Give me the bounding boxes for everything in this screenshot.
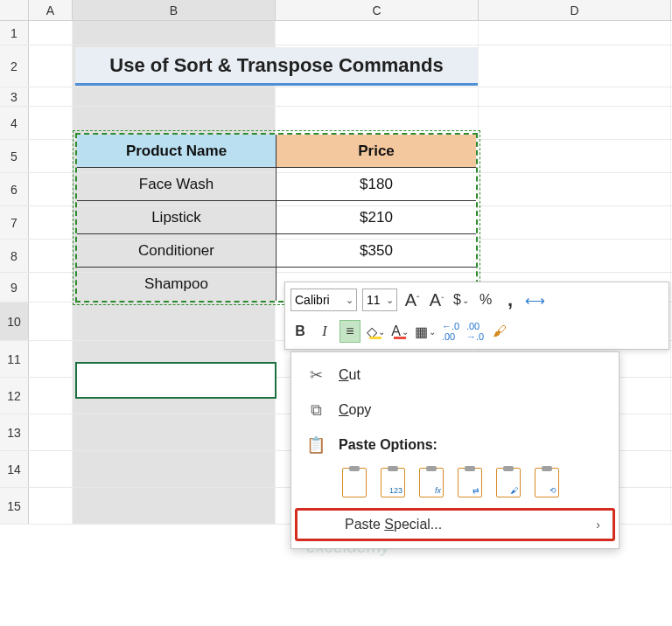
paste-values-button[interactable]: 123 (377, 465, 409, 500)
cell-price[interactable]: $210 (276, 201, 476, 233)
paste-default-button[interactable] (339, 465, 370, 500)
page-title: Use of Sort & Transpose Commands (75, 47, 478, 86)
bold-button[interactable]: B (290, 320, 310, 343)
fill-color-button[interactable]: ◇ (366, 320, 385, 343)
row-header-2[interactable]: 2 (0, 45, 29, 87)
table-row[interactable]: Face Wash $180 (77, 168, 476, 201)
cell-product[interactable]: Lipstick (77, 201, 276, 233)
shrink-font-button[interactable]: Aˇ (427, 289, 446, 311)
autofit-button[interactable]: ⟷ (525, 289, 545, 311)
copy-icon: ⧉ (304, 400, 328, 420)
row-header-8[interactable]: 8 (0, 240, 29, 272)
chevron-right-icon: › (596, 518, 600, 532)
grow-font-button[interactable]: Aˆ (402, 289, 422, 311)
table-row[interactable]: Lipstick $210 (77, 201, 476, 234)
data-table-selection[interactable]: Product Name Price Face Wash $180 Lipsti… (75, 133, 478, 303)
copy-label: Copy (339, 402, 371, 418)
cell-product[interactable]: Shampoo (77, 268, 276, 301)
select-all-corner[interactable] (0, 0, 29, 20)
col-header-A[interactable]: A (29, 0, 73, 20)
row-header-4[interactable]: 4 (0, 107, 29, 139)
scissors-icon: ✂ (304, 365, 328, 385)
paste-options-label: 📋 Paste Options: (291, 428, 619, 463)
row-header-12[interactable]: 12 (0, 378, 29, 414)
clipboard-icon: 📋 (304, 435, 328, 455)
row-header-1[interactable]: 1 (0, 21, 29, 45)
paste-transpose-button[interactable]: ⇄ (454, 465, 486, 500)
italic-button[interactable]: I (315, 320, 334, 343)
spreadsheet-area: A B C D 1 2 3 4 5 6 7 8 9 10 11 12 13 14… (0, 0, 672, 626)
cut-menu-item[interactable]: ✂ CuCutt (291, 358, 619, 393)
table-header-price[interactable]: Price (276, 135, 476, 167)
currency-button[interactable]: $ (452, 289, 471, 311)
cell-product[interactable]: Face Wash (77, 168, 276, 200)
active-cell-b10[interactable] (75, 362, 276, 399)
table-row[interactable]: Conditioner $350 (77, 234, 476, 268)
cell-price[interactable]: $180 (276, 168, 476, 200)
row-header-10[interactable]: 10 (0, 303, 29, 340)
mini-toolbar: Calibri 11 Aˆ Aˇ $ % , ⟷ B I ≡ ◇ A ▦ ←.0… (284, 282, 669, 350)
cell-product[interactable]: Conditioner (77, 234, 276, 267)
table-header-product[interactable]: Product Name (77, 135, 276, 167)
paste-formulas-button[interactable]: fx (416, 465, 447, 500)
row-header-15[interactable]: 15 (0, 488, 29, 524)
cut-label: CuCutt (339, 367, 360, 383)
context-menu: ✂ CuCutt ⧉ Copy 📋 Paste Options: 123 fx … (290, 351, 620, 549)
row-header-5[interactable]: 5 (0, 140, 29, 172)
row-header-3[interactable]: 3 (0, 87, 29, 106)
comma-style-button[interactable]: , (500, 289, 520, 311)
column-headers: A B C D (0, 0, 672, 21)
row-header-9[interactable]: 9 (0, 273, 29, 302)
format-painter-button[interactable]: 🖌 (490, 320, 509, 343)
font-color-button[interactable]: A (390, 320, 410, 343)
border-button[interactable]: ▦ (415, 320, 436, 343)
row-header-6[interactable]: 6 (0, 173, 29, 205)
paste-link-button[interactable]: ⟲ (531, 465, 563, 500)
row-header-11[interactable]: 11 (0, 341, 29, 377)
paste-options-text: Paste Options: (339, 437, 438, 453)
row-header-14[interactable]: 14 (0, 451, 29, 487)
font-size-combo[interactable]: 11 (362, 289, 397, 311)
paste-special-menu-item[interactable]: Paste Special... › (295, 508, 615, 541)
font-name-combo[interactable]: Calibri (290, 289, 357, 311)
copy-menu-item[interactable]: ⧉ Copy (291, 393, 619, 428)
paste-special-label: Paste Special... (345, 517, 442, 532)
paste-options-row: 123 fx ⇄ 🖌 ⟲ (291, 463, 619, 506)
paste-formatting-button[interactable]: 🖌 (493, 465, 524, 500)
col-header-C[interactable]: C (276, 0, 479, 20)
row-header-13[interactable]: 13 (0, 414, 29, 450)
percent-button[interactable]: % (476, 289, 495, 311)
row-header-7[interactable]: 7 (0, 206, 29, 239)
cell-price[interactable]: $350 (276, 234, 476, 267)
increase-decimal-button[interactable]: ←.0.00 (441, 320, 460, 343)
decrease-decimal-button[interactable]: .00→.0 (466, 320, 485, 343)
col-header-B[interactable]: B (73, 0, 276, 20)
col-header-D[interactable]: D (479, 0, 671, 20)
align-center-button[interactable]: ≡ (340, 320, 360, 343)
